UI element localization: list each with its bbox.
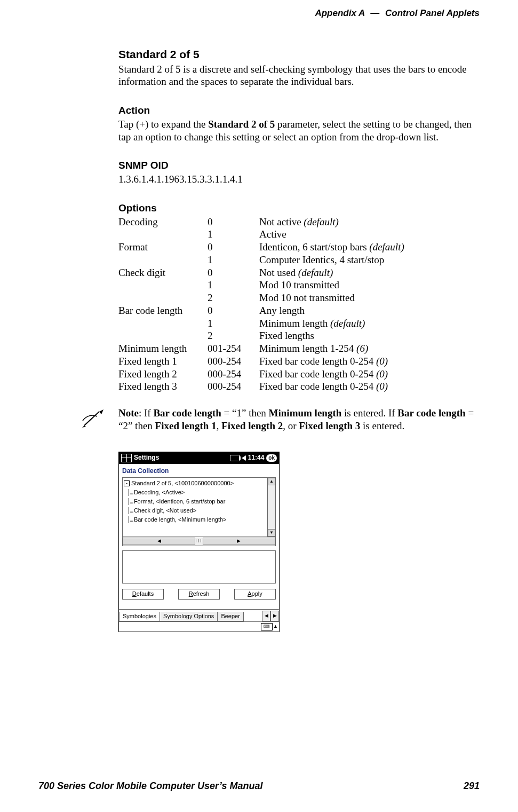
tab-scroll-left-icon[interactable]: ◀ xyxy=(262,611,270,621)
tree-item[interactable]: │…Format, <Identicon, 6 start/stop bar xyxy=(124,497,267,506)
scroll-right-icon[interactable]: ▶ xyxy=(203,538,275,545)
options-row: 1Computer Identics, 4 start/stop xyxy=(118,254,411,266)
tree-item[interactable]: │…Decoding, <Active> xyxy=(124,488,267,497)
sip-up-icon[interactable]: ▲ xyxy=(273,624,278,629)
scroll-up-icon[interactable]: ▲ xyxy=(268,478,275,485)
page-number: 291 xyxy=(464,780,480,792)
start-icon[interactable] xyxy=(121,454,132,462)
snmp-heading: SNMP OID xyxy=(118,159,480,172)
options-row: Decoding0Not active (default) xyxy=(118,216,411,228)
options-table: Decoding0Not active (default)1ActiveForm… xyxy=(118,216,411,393)
refresh-button[interactable]: Refresh xyxy=(178,589,220,600)
action-text: Tap (+) to expand the Standard 2 of 5 pa… xyxy=(118,118,480,144)
note-text: Note: If Bar code length = “1” then Mini… xyxy=(118,407,480,432)
tree-view[interactable]: -Standard 2 of 5, <1001006000000000> │…D… xyxy=(122,477,276,537)
apply-button[interactable]: Apply xyxy=(234,589,276,600)
battery-icon[interactable] xyxy=(230,455,240,461)
detail-pane xyxy=(122,550,276,584)
scroll-left-icon[interactable]: ◀ xyxy=(123,538,195,545)
section-intro: Standard 2 of 5 is a discrete and self-c… xyxy=(118,63,480,89)
running-header: Appendix A — Control Panel Applets xyxy=(38,7,480,19)
tree-item[interactable]: │…Bar code length, <Minimum length> xyxy=(124,515,267,524)
options-row: Fixed length 2000-254Fixed bar code leng… xyxy=(118,368,411,381)
pda-screenshot: Settings 11:44 ok Data Collection -Stand… xyxy=(118,452,280,632)
options-row: Minimum length001-254Minimum length 1-25… xyxy=(118,342,411,355)
options-row: Fixed length 1000-254Fixed bar code leng… xyxy=(118,355,411,368)
options-row: Bar code length0Any length xyxy=(118,304,411,317)
pda-titlebar: Settings 11:44 ok xyxy=(119,452,279,464)
scroll-thumb[interactable]: III xyxy=(195,537,203,546)
options-row: 2Fixed lengths xyxy=(118,329,411,342)
options-row: 1Mod 10 transmitted xyxy=(118,279,411,291)
options-row: 2Mod 10 not transmitted xyxy=(118,291,411,304)
options-row: Check digit0Not used (default) xyxy=(118,266,411,279)
tab-symbology-options[interactable]: Symbology Options xyxy=(160,612,218,621)
options-row: Fixed length 3000-254Fixed bar code leng… xyxy=(118,380,411,393)
sip-bar: ⌨ ▲ xyxy=(119,621,279,632)
tab-scroll-right-icon[interactable]: ▶ xyxy=(270,611,279,621)
tab-beeper[interactable]: Beeper xyxy=(217,612,243,621)
pda-panel-title: Data Collection xyxy=(119,464,279,476)
footer-title: 700 Series Color Mobile Computer User’s … xyxy=(38,780,262,792)
defaults-button[interactable]: Defaults xyxy=(122,589,164,600)
header-title: Control Panel Applets xyxy=(385,8,480,18)
options-row: Format0Identicon, 6 start/stop bars (def… xyxy=(118,241,411,254)
note-icon xyxy=(81,408,113,432)
snmp-value: 1.3.6.1.4.1.1963.15.3.3.1.1.4.1 xyxy=(118,173,480,186)
tree-item[interactable]: │…Check digit, <Not used> xyxy=(124,506,267,515)
scroll-down-icon[interactable]: ▼ xyxy=(268,529,275,537)
tab-symbologies[interactable]: Symbologies xyxy=(119,612,160,621)
header-separator: — xyxy=(370,8,379,18)
horizontal-scrollbar[interactable]: ◀ III ▶ xyxy=(122,537,276,546)
action-heading: Action xyxy=(118,104,480,117)
tree-root[interactable]: -Standard 2 of 5, <1001006000000000> xyxy=(124,479,267,488)
ok-button[interactable]: ok xyxy=(266,454,277,462)
options-row: 1Minimum length (default) xyxy=(118,317,411,330)
header-appendix: Appendix A xyxy=(315,8,364,18)
pda-title: Settings xyxy=(134,454,159,462)
options-row: 1Active xyxy=(118,228,411,241)
speaker-icon[interactable] xyxy=(242,455,246,461)
tab-strip: Symbologies Symbology Options Beeper ◀ ▶ xyxy=(119,609,279,621)
collapse-icon[interactable]: - xyxy=(124,480,130,486)
vertical-scrollbar[interactable]: ▲ ▼ xyxy=(267,478,275,537)
options-heading: Options xyxy=(118,202,480,215)
section-title: Standard 2 of 5 xyxy=(118,48,480,61)
keyboard-icon[interactable]: ⌨ xyxy=(261,623,273,630)
clock-text[interactable]: 11:44 xyxy=(248,454,265,462)
